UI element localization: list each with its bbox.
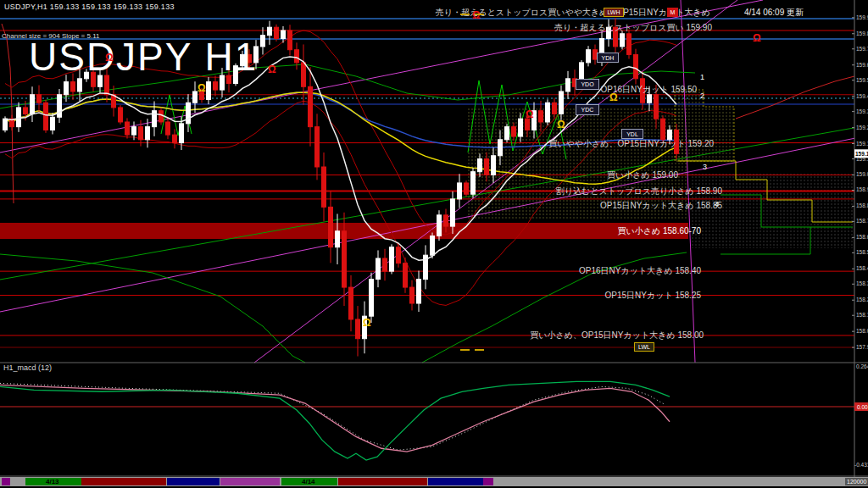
kumo-cloud-region bbox=[692, 174, 854, 248]
session-segment bbox=[220, 478, 280, 485]
svg-text:158.415: 158.415 bbox=[856, 265, 868, 271]
session-segment bbox=[428, 478, 483, 485]
macd-scale-bottom: -0.431 bbox=[854, 462, 868, 468]
svg-text:159.295: 159.295 bbox=[856, 125, 868, 130]
session-date-label: 4/13 bbox=[46, 478, 59, 485]
svg-text:159.980: 159.980 bbox=[856, 14, 868, 20]
svg-text:120000: 120000 bbox=[847, 479, 866, 485]
svg-text:158.025: 158.025 bbox=[856, 328, 868, 334]
svg-text:159.133: 159.133 bbox=[855, 151, 868, 157]
session-segment bbox=[483, 478, 493, 485]
svg-text:159.685: 159.685 bbox=[856, 62, 868, 68]
svg-text:158.710: 158.710 bbox=[856, 218, 868, 224]
session-segment bbox=[81, 478, 166, 485]
macd-scale-top: 0.264 bbox=[856, 363, 868, 369]
svg-text:159.490: 159.490 bbox=[856, 93, 868, 99]
svg-text:0.00: 0.00 bbox=[857, 404, 868, 410]
price-axis[interactable]: 159.980159.880159.785159.685159.590159.4… bbox=[852, 0, 868, 477]
svg-text:157.925: 157.925 bbox=[856, 344, 868, 350]
svg-text:159.880: 159.880 bbox=[856, 30, 868, 36]
svg-text:158.220: 158.220 bbox=[856, 297, 868, 302]
chart-window: 159.980159.880159.785159.685159.590159.4… bbox=[0, 0, 868, 488]
session-strip: 4/134/14120000 bbox=[0, 476, 868, 486]
svg-text:159.590: 159.590 bbox=[856, 77, 868, 83]
session-date-label: 4/14 bbox=[302, 478, 315, 485]
kumo-cloud-region bbox=[468, 108, 687, 220]
svg-text:159.195: 159.195 bbox=[856, 141, 868, 147]
svg-text:159.000: 159.000 bbox=[856, 171, 868, 177]
session-segment bbox=[338, 478, 427, 485]
svg-text:158.515: 158.515 bbox=[856, 249, 868, 255]
chart-canvas[interactable]: 159.980159.880159.785159.685159.590159.4… bbox=[0, 0, 868, 488]
svg-text:158.805: 158.805 bbox=[856, 202, 868, 208]
session-segment bbox=[2, 478, 10, 485]
svg-text:158.610: 158.610 bbox=[856, 234, 868, 240]
svg-text:158.125: 158.125 bbox=[856, 312, 868, 318]
session-segment bbox=[167, 478, 220, 485]
svg-text:158.905: 158.905 bbox=[856, 186, 868, 192]
svg-text:159.395: 159.395 bbox=[856, 108, 868, 114]
svg-text:159.785: 159.785 bbox=[856, 46, 868, 52]
svg-text:158.320: 158.320 bbox=[856, 280, 868, 286]
